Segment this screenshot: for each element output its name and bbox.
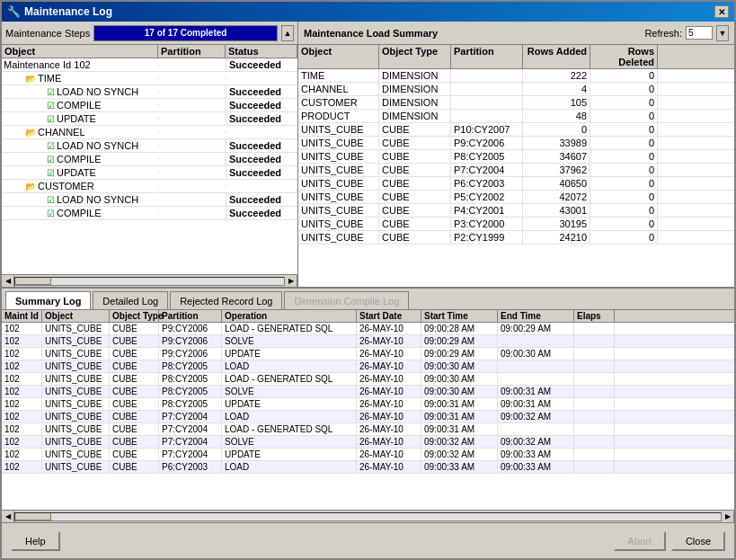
tree-row: ☑COMPILESucceeded xyxy=(2,99,297,112)
log-row: 102 UNITS_CUBE CUBE P9:CY2006 SOLVE 26-M… xyxy=(2,335,734,348)
sum-row: CUSTOMER DIMENSION 105 0 xyxy=(298,96,734,110)
scroll-up-arrow[interactable]: ▲ xyxy=(281,25,294,41)
maintenance-steps-header: Maintenance Steps 17 of 17 Completed ▲ xyxy=(2,22,297,45)
tree-row: Maintenance Id 102Succeeded xyxy=(2,58,297,72)
summary-header: Maintenance Load Summary Refresh: ▼ xyxy=(298,22,734,45)
sum-row: TIME DIMENSION 222 0 xyxy=(298,69,734,83)
log-col-sdate: Start Date xyxy=(357,310,421,322)
refresh-control: Refresh: ▼ xyxy=(644,25,729,41)
log-col-maint: Maint Id xyxy=(2,310,42,322)
log-col-op: Operation xyxy=(222,310,357,322)
help-button[interactable]: Help xyxy=(11,531,60,551)
log-table: Maint Id Object Object Type Partition Op… xyxy=(2,310,734,510)
refresh-input[interactable] xyxy=(686,26,713,40)
log-col-elaps: Elaps xyxy=(574,310,615,322)
summary-table: Object Object Type Partition Rows Added … xyxy=(298,45,734,287)
tab-detailed[interactable]: Detailed Log xyxy=(93,291,168,309)
progress-text: 17 of 17 Completed xyxy=(94,26,277,40)
log-row: 102 UNITS_CUBE CUBE P9:CY2006 UPDATE 26-… xyxy=(2,348,734,360)
log-scrollbar-h[interactable]: ◀ ▶ xyxy=(2,510,734,522)
maintenance-steps-label: Maintenance Steps xyxy=(5,28,90,39)
log-row: 102 UNITS_CUBE CUBE P7:CY2004 LOAD 26-MA… xyxy=(2,411,734,423)
sum-row: UNITS_CUBE CUBE P8:CY2005 34607 0 xyxy=(298,150,734,164)
sum-row: PRODUCT DIMENSION 48 0 xyxy=(298,110,734,123)
tree-row: ☑LOAD NO SYNCHSucceeded xyxy=(2,193,297,207)
tree-row: ☑UPDATESucceeded xyxy=(2,166,297,180)
log-scroll-left[interactable]: ◀ xyxy=(2,511,14,523)
tree-row: ☑LOAD NO SYNCHSucceeded xyxy=(2,139,297,153)
tree-body: Maintenance Id 102Succeeded📂TIME☑LOAD NO… xyxy=(2,58,297,274)
tree-table: Object Partition Status Maintenance Id 1… xyxy=(2,45,297,274)
sum-row: UNITS_CUBE CUBE P9:CY2006 33989 0 xyxy=(298,137,734,150)
tab-rejected[interactable]: Rejected Record Log xyxy=(170,291,282,309)
close-button-bottom[interactable]: Close xyxy=(671,531,725,551)
sum-row: UNITS_CUBE CUBE P7:CY2004 37962 0 xyxy=(298,164,734,177)
tree-col-object: Object xyxy=(2,45,158,58)
title-bar-icon: 🔧 xyxy=(7,5,21,18)
log-body: 102 UNITS_CUBE CUBE P9:CY2006 LOAD - GEN… xyxy=(2,323,734,493)
log-row: 102 UNITS_CUBE CUBE P8:CY2005 UPDATE 26-… xyxy=(2,398,734,411)
abort-button[interactable]: Abort xyxy=(614,531,666,551)
tree-col-status: Status xyxy=(226,45,297,58)
right-pane: Maintenance Load Summary Refresh: ▼ Obje… xyxy=(298,22,734,287)
tree-row: ☑UPDATESucceeded xyxy=(2,112,297,126)
log-col-obj: Object xyxy=(42,310,110,322)
tree-col-partition: Partition xyxy=(158,45,226,58)
summary-title: Maintenance Load Summary xyxy=(304,28,438,39)
scroll-right-arrow[interactable]: ▶ xyxy=(285,275,297,288)
log-row: 102 UNITS_CUBE CUBE P7:CY2004 SOLVE 26-M… xyxy=(2,436,734,449)
tree-row: 📂TIME xyxy=(2,72,297,85)
refresh-label: Refresh: xyxy=(644,28,682,39)
tab-summary[interactable]: Summary Log xyxy=(5,291,91,309)
refresh-scroll-arrow[interactable]: ▼ xyxy=(716,25,729,41)
title-bar: 🔧 Maintenance Log ✕ xyxy=(2,2,734,22)
tree-row: 📂CUSTOMER xyxy=(2,180,297,193)
tree-row: ☑COMPILESucceeded xyxy=(2,207,297,220)
window-title: Maintenance Log xyxy=(24,5,112,18)
summary-table-header: Object Object Type Partition Rows Added … xyxy=(298,45,734,69)
sum-col-deleted: Rows Deleted xyxy=(590,45,658,68)
close-button[interactable]: ✕ xyxy=(714,5,729,18)
sum-row: CHANNEL DIMENSION 4 0 xyxy=(298,83,734,96)
log-row: 102 UNITS_CUBE CUBE P7:CY2004 LOAD - GEN… xyxy=(2,423,734,436)
sum-col-added: Rows Added xyxy=(523,45,590,68)
tree-scrollbar-h[interactable]: ◀ ▶ xyxy=(2,274,297,287)
tab-dimension: Dimension Compile Log xyxy=(284,291,409,309)
sum-row: UNITS_CUBE CUBE P5:CY2002 42072 0 xyxy=(298,191,734,204)
sum-col-type: Object Type xyxy=(379,45,451,68)
log-col-type: Object Type xyxy=(110,310,159,322)
tree-row: ☑LOAD NO SYNCHSucceeded xyxy=(2,85,297,99)
tree-row: ☑COMPILESucceeded xyxy=(2,153,297,166)
maintenance-log-window: 🔧 Maintenance Log ✕ Maintenance Steps 17… xyxy=(0,0,736,560)
progress-bar: 17 of 17 Completed xyxy=(93,25,278,41)
bottom-bar: Help Abort Close xyxy=(2,522,734,558)
scroll-left-arrow[interactable]: ◀ xyxy=(2,275,14,288)
log-row: 102 UNITS_CUBE CUBE P7:CY2004 UPDATE 26-… xyxy=(2,449,734,461)
summary-body: TIME DIMENSION 222 0 CHANNEL DIMENSION 4… xyxy=(298,69,734,287)
sum-col-partition: Partition xyxy=(451,45,523,68)
sum-row: UNITS_CUBE CUBE P10:CY2007 0 0 xyxy=(298,123,734,137)
log-col-etime: End Time xyxy=(498,310,574,322)
left-pane: Maintenance Steps 17 of 17 Completed ▲ O… xyxy=(2,22,298,287)
sum-row: UNITS_CUBE CUBE P3:CY2000 30195 0 xyxy=(298,218,734,231)
log-row: 102 UNITS_CUBE CUBE P8:CY2005 LOAD 26-MA… xyxy=(2,360,734,373)
log-col-part: Partition xyxy=(159,310,222,322)
sum-row: UNITS_CUBE CUBE P6:CY2003 40650 0 xyxy=(298,177,734,191)
log-row: 102 UNITS_CUBE CUBE P8:CY2005 LOAD - GEN… xyxy=(2,373,734,386)
log-col-stime: Start Time xyxy=(421,310,498,322)
sum-row: UNITS_CUBE CUBE P4:CY2001 43001 0 xyxy=(298,204,734,218)
log-table-header: Maint Id Object Object Type Partition Op… xyxy=(2,310,734,323)
log-row: 102 UNITS_CUBE CUBE P9:CY2006 LOAD - GEN… xyxy=(2,323,734,335)
bottom-section: Summary LogDetailed LogRejected Record L… xyxy=(2,287,734,558)
log-scroll-right[interactable]: ▶ xyxy=(722,511,734,523)
tree-row: 📂CHANNEL xyxy=(2,126,297,139)
tree-table-header: Object Partition Status xyxy=(2,45,297,58)
log-row: 102 UNITS_CUBE CUBE P8:CY2005 SOLVE 26-M… xyxy=(2,386,734,398)
tab-bar: Summary LogDetailed LogRejected Record L… xyxy=(2,289,734,310)
sum-row: UNITS_CUBE CUBE P2:CY1999 24210 0 xyxy=(298,231,734,244)
sum-col-object: Object xyxy=(298,45,379,68)
log-row: 102 UNITS_CUBE CUBE P6:CY2003 LOAD 26-MA… xyxy=(2,461,734,474)
